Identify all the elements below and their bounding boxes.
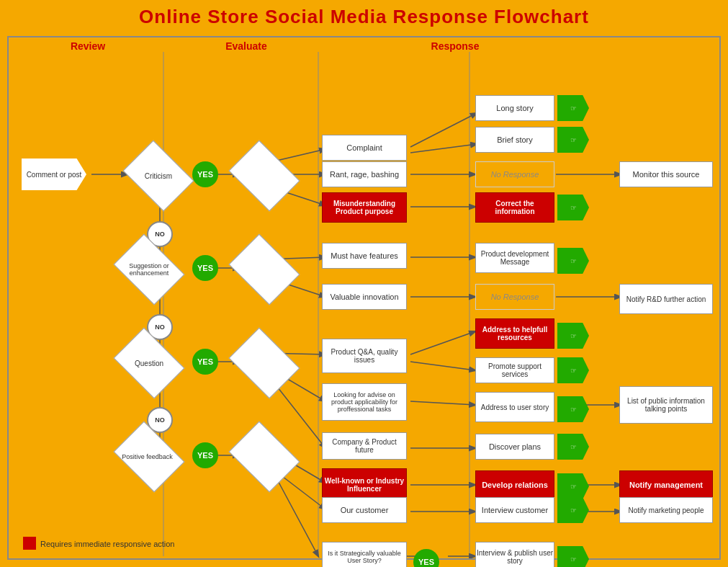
question-diamond (114, 328, 185, 399)
col-review: Review (30, 40, 145, 52)
cursor-icon8: ☞ (570, 443, 577, 451)
our-customer-shape: Our customer (322, 497, 407, 523)
svg-line-28 (410, 331, 475, 354)
eval-diamond2 (229, 234, 300, 305)
yes4-circle: YES (192, 442, 218, 468)
cursor-icon6: ☞ (570, 367, 577, 375)
must-have-shape: Must have features (322, 243, 407, 269)
monitor-source-shape: Monitor this source (619, 161, 713, 187)
list-public-shape: List of public information talking point… (619, 386, 713, 424)
legend-red-box (23, 537, 36, 550)
misunderstanding-shape: Misunderstanding Product purpose (322, 192, 407, 223)
cursor-icon4: ☞ (570, 257, 577, 265)
yes1-circle: YES (192, 161, 218, 187)
svg-line-29 (410, 362, 475, 370)
promote-support-shape: Promote support services (475, 357, 554, 383)
discover-plans-shape: Discover plans (475, 434, 554, 460)
looking-advise-shape: Looking for advise on product applicabil… (322, 383, 407, 421)
correct-info-action[interactable]: ☞ (557, 195, 589, 220)
no-response2-shape: No Response (475, 284, 554, 310)
long-story-action[interactable]: ☞ (557, 95, 589, 121)
svg-line-9 (410, 144, 477, 153)
brief-story-shape: Brief story (475, 127, 554, 153)
strategically-shape: Is it Strategically valuable User Story? (322, 542, 407, 567)
page-title: Online Store Social Media Response Flowc… (0, 0, 728, 28)
develop-relations-shape: Develop relations (475, 470, 554, 499)
complaint-shape: Complaint (322, 135, 407, 161)
yes5-circle: YES (413, 549, 439, 567)
comment-post-shape: Comment or post (22, 159, 86, 190)
product-qa-shape: Product Q&A, quality issues (322, 339, 407, 373)
cursor-icon3: ☞ (570, 204, 577, 212)
address-helpful-shape: Address to helpfull resources (475, 318, 554, 349)
yes2-circle: YES (192, 255, 218, 281)
company-product-shape: Company & Product future (322, 432, 407, 460)
address-user-action[interactable]: ☞ (557, 396, 589, 422)
eval-diamond1 (229, 140, 300, 212)
discover-plans-action[interactable]: ☞ (557, 434, 589, 460)
col-response: Response (383, 40, 527, 52)
notify-rd-shape: Notify R&D further action (619, 284, 713, 314)
interview-publish-action[interactable]: ☞ (557, 546, 589, 567)
col-evaluate: Evaluate (174, 40, 318, 52)
product-dev-action[interactable]: ☞ (557, 248, 589, 274)
address-user-shape: Address to user story (475, 392, 554, 422)
correct-info-shape: Correct the information (475, 192, 554, 223)
brief-story-action[interactable]: ☞ (557, 127, 589, 153)
long-story-shape: Long story (475, 95, 554, 121)
cursor-icon5: ☞ (570, 332, 577, 340)
main-container: Online Store Social Media Response Flowc… (0, 0, 728, 567)
product-dev-shape: Product development Message (475, 243, 554, 273)
address-helpful-action[interactable]: ☞ (557, 323, 589, 349)
criticism-diamond (123, 140, 194, 212)
rant-shape: Rant, rage, bashing (322, 161, 407, 187)
positive-feedback-diamond (114, 421, 185, 493)
cursor-icon10: ☞ (570, 506, 577, 514)
suggestion-diamond (114, 234, 185, 305)
notify-marketing-shape: Notify marketing people (619, 497, 713, 523)
yes3-circle: YES (192, 349, 218, 375)
notify-management-shape: Notify management (619, 470, 713, 499)
eval-diamond3 (229, 328, 300, 399)
cursor-icon2: ☞ (570, 136, 577, 144)
cursor-icon1: ☞ (570, 104, 577, 112)
no-response1-shape: No Response (475, 161, 554, 187)
interview-customer-shape: Interview customer (475, 497, 554, 523)
develop-relations-action[interactable]: ☞ (557, 473, 589, 499)
flowchart-area: Review Evaluate Response (7, 36, 721, 560)
cursor-icon7: ☞ (570, 406, 577, 414)
cursor-icon11: ☞ (570, 555, 577, 563)
interview-publish-shape: Interview & publish user story (475, 542, 554, 567)
cursor-icon9: ☞ (570, 483, 577, 491)
svg-line-30 (410, 401, 475, 405)
valuable-innovation-shape: Valuable innovation (322, 284, 407, 310)
svg-line-8 (410, 113, 477, 147)
promote-support-action[interactable]: ☞ (557, 357, 589, 383)
interview-customer-action[interactable]: ☞ (557, 497, 589, 523)
legend-text: Requires immediate responsive action (40, 540, 174, 548)
eval-diamond4 (229, 421, 300, 493)
